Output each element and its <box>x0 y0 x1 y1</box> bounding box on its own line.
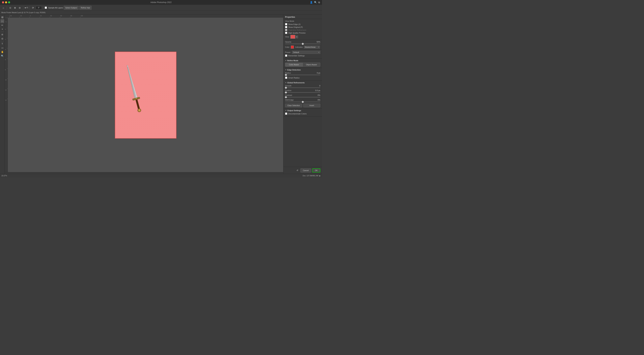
color-aware-button[interactable]: Color Aware <box>285 63 303 66</box>
angle-input[interactable] <box>36 6 42 10</box>
smooth-row: Smooth 0 <box>285 85 320 87</box>
sample-all-layers-text: Sample All Layers <box>48 7 63 9</box>
realtime-label: Real-time Refinement <box>288 29 306 31</box>
ruler-row: -40 -20 0 20 40 60 80 100 <box>5 14 283 18</box>
ok-button[interactable]: OK <box>312 168 320 172</box>
shift-edge-slider-track[interactable] <box>285 102 320 102</box>
hand-tool[interactable]: ✋ <box>0 50 4 54</box>
hq-preview-label: High Quality Preview <box>288 32 306 34</box>
pen-tool[interactable]: ✏ <box>0 23 4 27</box>
view-row: View ▾ <box>285 35 320 39</box>
opacity-slider-track[interactable] <box>285 44 320 44</box>
close-button[interactable] <box>2 1 4 3</box>
select-tool[interactable]: ▤ <box>0 15 4 19</box>
sample-all-layers-label[interactable]: Sample All Layers <box>45 6 63 9</box>
shape-tool[interactable]: ▭ <box>0 46 4 50</box>
minimize-button[interactable] <box>5 1 7 3</box>
preset-dropdown-wrapper: Default Custom <box>292 51 320 54</box>
clone-tool[interactable]: ◎ <box>0 36 4 40</box>
canvas-area[interactable] <box>8 18 283 172</box>
feather-slider-track[interactable] <box>285 92 320 93</box>
separator-2 <box>23 6 23 10</box>
brush-icon: ● <box>25 6 26 9</box>
scrollbar-horizontal[interactable] <box>5 172 283 174</box>
ruler-vertical: -2 0 2 4 6 8 10 12 <box>5 18 8 172</box>
text-tool[interactable]: T <box>0 42 4 46</box>
feather-row: Feather 0.0 px <box>285 90 320 92</box>
svg-text:60: 60 <box>60 15 62 16</box>
arrange-icon[interactable]: ⧉ <box>318 1 320 4</box>
realtime-checkbox[interactable] <box>285 29 287 31</box>
view-color-swatch[interactable] <box>290 35 295 39</box>
svg-text:-2: -2 <box>5 21 7 22</box>
svg-text:40: 40 <box>50 15 52 16</box>
refine-mode-header[interactable]: ▼ Refine Mode <box>285 60 320 62</box>
cancel-button[interactable]: Cancel <box>300 168 311 172</box>
sample-all-layers-checkbox[interactable] <box>45 6 47 9</box>
view-dropdown-button[interactable]: ▾ <box>296 36 298 38</box>
output-settings-header[interactable]: ▼ Output Settings <box>285 110 320 112</box>
invert-button[interactable]: Invert <box>303 104 320 107</box>
bottom-left-icons: ↺ <box>295 168 300 172</box>
shift-edge-slider-thumb[interactable] <box>302 101 304 103</box>
reset-icon[interactable]: ↺ <box>295 168 300 172</box>
clear-selection-button[interactable]: Clear Selection <box>285 104 302 107</box>
search-icon[interactable]: 🔍 <box>314 1 317 4</box>
remember-settings-row: Remember Settings <box>285 54 320 57</box>
brush-tool[interactable]: ⌖ <box>0 27 4 31</box>
edge-detection-arrow: ▼ <box>285 69 286 71</box>
hq-preview-checkbox[interactable] <box>285 32 287 34</box>
lasso-tool[interactable]: ⋯ <box>0 19 4 23</box>
masked-areas-dropdown[interactable]: Masked Areas Selected Areas <box>304 46 320 48</box>
shift-edge-label: Shift Edge <box>285 99 294 101</box>
refine-hair-button[interactable]: Refine Hair <box>79 6 92 10</box>
selection-add-icon[interactable]: ⊕ <box>13 6 17 10</box>
status-arrow[interactable]: ▶ <box>319 175 321 177</box>
angle-icon[interactable]: ⟳ <box>31 6 35 10</box>
edge-detection-header[interactable]: ▼ Edge Detection <box>285 69 320 71</box>
show-original-checkbox[interactable] <box>285 26 287 28</box>
canvas-wrapper: -40 -20 0 20 40 60 80 100 <box>5 14 283 174</box>
show-edge-checkbox[interactable] <box>285 23 287 25</box>
color-swatch[interactable] <box>291 46 294 48</box>
title-bar: Adobe Photoshop 2022 👤 🔍 ⧉ <box>0 0 322 5</box>
svg-text:10: 10 <box>5 79 6 81</box>
patch-tool[interactable]: ⊘ <box>0 32 4 36</box>
status-bar: 16.67% Doc: 137.0M/881.9M ▶ <box>0 174 322 178</box>
preset-row: Preset Default Custom <box>285 51 320 54</box>
contrast-slider-thumb[interactable] <box>285 96 287 98</box>
opacity-slider-thumb[interactable] <box>302 43 304 45</box>
global-refinements-header[interactable]: ▼ Global Refinements <box>285 82 320 84</box>
smart-radius-row: Smart Radius <box>285 76 320 79</box>
radius-slider-track[interactable] <box>285 74 320 75</box>
contrast-slider-track[interactable] <box>285 97 320 98</box>
shift-edge-value: 0% <box>318 99 320 101</box>
feather-slider-thumb[interactable] <box>285 91 287 94</box>
selection-actions-row: Clear Selection Invert <box>285 104 320 107</box>
edge-detection-section: ▼ Edge Detection Radius 0 px Smart Radiu… <box>283 68 322 81</box>
realtime-row: Real-time Refinement <box>285 29 320 31</box>
decontaminate-colors-checkbox[interactable] <box>285 112 287 115</box>
refine-mode-arrow: ▼ <box>285 60 286 62</box>
view-label: View <box>285 36 289 38</box>
account-icon[interactable]: 👤 <box>310 1 313 4</box>
select-subject-label: Select Subject <box>65 7 77 9</box>
panel-title: Properties <box>283 14 322 19</box>
brush-size-group: ● 45 <box>25 6 28 9</box>
selection-subtract-icon[interactable]: ⊖ <box>18 6 22 10</box>
select-subject-button[interactable]: Select Subject <box>64 6 78 10</box>
lasso-icon[interactable]: ⊙ <box>8 6 12 10</box>
properties-panel: Properties View Mode Show Edge (J) Show … <box>283 14 322 174</box>
smooth-slider-track[interactable] <box>285 88 320 88</box>
radius-slider-thumb[interactable] <box>285 74 287 76</box>
preset-dropdown[interactable]: Default Custom <box>292 51 320 54</box>
preset-label: Preset <box>285 51 291 53</box>
smooth-slider-thumb[interactable] <box>285 86 287 89</box>
maximize-button[interactable] <box>8 1 10 3</box>
object-aware-button[interactable]: Object Aware <box>303 63 320 66</box>
remember-settings-checkbox[interactable] <box>285 54 287 57</box>
home-icon[interactable]: ⌂ <box>1 6 6 10</box>
svg-text:12: 12 <box>5 89 6 91</box>
zoom-tool[interactable]: 🔍 <box>0 54 4 58</box>
smart-radius-checkbox[interactable] <box>285 76 287 79</box>
